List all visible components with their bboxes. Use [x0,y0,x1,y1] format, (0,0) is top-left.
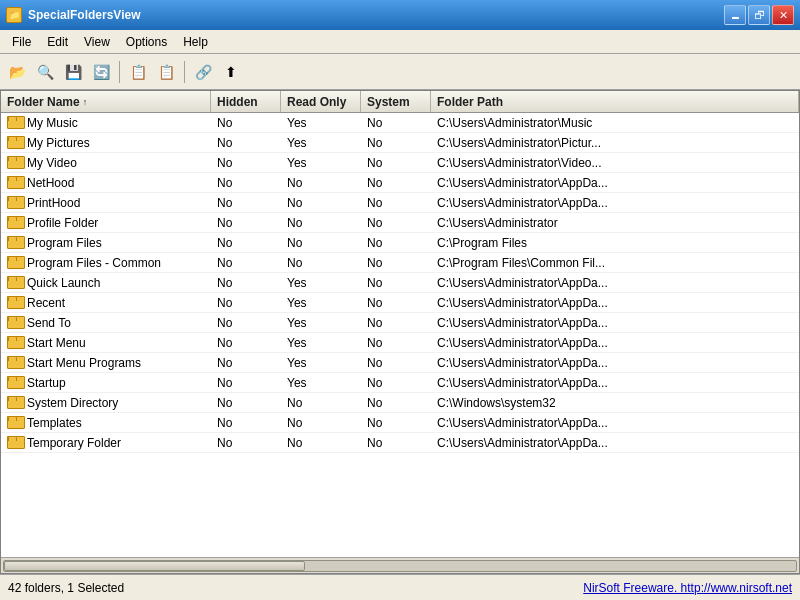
maximize-button[interactable]: 🗗 [748,5,770,25]
table-row[interactable]: My Music No Yes No C:\Users\Administrato… [1,113,799,133]
save-button[interactable]: 💾 [60,59,86,85]
folder-name-11: Start Menu [27,336,86,350]
cell-system-5: No [361,215,431,231]
folder-icon [7,176,23,189]
status-right-link[interactable]: NirSoft Freeware. http://www.nirsoft.net [583,581,792,595]
title-bar-left: 📁 SpecialFoldersView [6,7,141,23]
cell-system-6: No [361,235,431,251]
cell-system-16: No [361,435,431,451]
folder-icon [7,276,23,289]
cell-path-3: C:\Users\Administrator\AppDa... [431,175,681,191]
cell-name-14: System Directory [1,395,211,411]
folder-icon [7,136,23,149]
cell-system-7: No [361,255,431,271]
cell-name-6: Program Files [1,235,211,251]
up-button[interactable]: ⬆ [218,59,244,85]
table-row[interactable]: Quick Launch No Yes No C:\Users\Administ… [1,273,799,293]
cell-hidden-12: No [211,355,281,371]
minimize-button[interactable]: 🗕 [724,5,746,25]
cell-hidden-10: No [211,315,281,331]
table-row[interactable]: Start Menu Programs No Yes No C:\Users\A… [1,353,799,373]
cell-name-1: My Pictures [1,135,211,151]
folder-icon [7,216,23,229]
menu-view[interactable]: View [76,33,118,51]
folder-name-3: NetHood [27,176,74,190]
scrollbar-thumb[interactable] [4,561,305,571]
main-window: Folder Name ↑ Hidden Read Only System Fo… [0,90,800,574]
cell-hidden-1: No [211,135,281,151]
copy-button[interactable]: 📋 [125,59,151,85]
search-button[interactable]: 🔍 [32,59,58,85]
cell-system-3: No [361,175,431,191]
cell-name-15: Templates [1,415,211,431]
paste-button[interactable]: 📋 [153,59,179,85]
cell-hidden-6: No [211,235,281,251]
table-row[interactable]: Recent No Yes No C:\Users\Administrator\… [1,293,799,313]
cell-path-9: C:\Users\Administrator\AppDa... [431,295,681,311]
cell-readonly-0: Yes [281,115,361,131]
cell-hidden-15: No [211,415,281,431]
table-row[interactable]: My Pictures No Yes No C:\Users\Administr… [1,133,799,153]
col-header-system[interactable]: System [361,91,431,112]
close-button[interactable]: ✕ [772,5,794,25]
cell-readonly-15: No [281,415,361,431]
table-row[interactable]: Send To No Yes No C:\Users\Administrator… [1,313,799,333]
horizontal-scrollbar[interactable] [1,557,799,573]
cell-name-5: Profile Folder [1,215,211,231]
status-left: 42 folders, 1 Selected [8,581,124,595]
table-row[interactable]: Program Files - Common No No No C:\Progr… [1,253,799,273]
table-header: Folder Name ↑ Hidden Read Only System Fo… [1,91,799,113]
folder-name-13: Startup [27,376,66,390]
menu-options[interactable]: Options [118,33,175,51]
open-button[interactable]: 📂 [4,59,30,85]
table-row[interactable]: PrintHood No No No C:\Users\Administrato… [1,193,799,213]
sort-arrow-name: ↑ [83,97,88,107]
cell-name-8: Quick Launch [1,275,211,291]
menu-file[interactable]: File [4,33,39,51]
cell-system-15: No [361,415,431,431]
scrollbar-track[interactable] [3,560,797,572]
table-row[interactable]: My Video No Yes No C:\Users\Administrato… [1,153,799,173]
cell-system-14: No [361,395,431,411]
table-row[interactable]: Profile Folder No No No C:\Users\Adminis… [1,213,799,233]
folder-icon [7,156,23,169]
col-header-name[interactable]: Folder Name ↑ [1,91,211,112]
cell-readonly-6: No [281,235,361,251]
table-row[interactable]: NetHood No No No C:\Users\Administrator\… [1,173,799,193]
folder-name-15: Templates [27,416,82,430]
cell-hidden-5: No [211,215,281,231]
table-row[interactable]: Program Files No No No C:\Program Files [1,233,799,253]
refresh-button[interactable]: 🔄 [88,59,114,85]
folder-name-8: Quick Launch [27,276,100,290]
folder-icon [7,336,23,349]
table-row[interactable]: Templates No No No C:\Users\Administrato… [1,413,799,433]
table-row[interactable]: Startup No Yes No C:\Users\Administrator… [1,373,799,393]
properties-button[interactable]: 🔗 [190,59,216,85]
table-row[interactable]: System Directory No No No C:\Windows\sys… [1,393,799,413]
table-row[interactable]: Start Menu No Yes No C:\Users\Administra… [1,333,799,353]
cell-readonly-7: No [281,255,361,271]
col-header-path[interactable]: Folder Path [431,91,799,112]
cell-path-5: C:\Users\Administrator [431,215,681,231]
folder-name-4: PrintHood [27,196,80,210]
menu-bar: File Edit View Options Help [0,30,800,54]
cell-system-4: No [361,195,431,211]
cell-path-12: C:\Users\Administrator\AppDa... [431,355,681,371]
cell-name-3: NetHood [1,175,211,191]
cell-readonly-5: No [281,215,361,231]
cell-hidden-7: No [211,255,281,271]
cell-readonly-11: Yes [281,335,361,351]
cell-path-6: C:\Program Files [431,235,681,251]
cell-name-4: PrintHood [1,195,211,211]
title-bar: 📁 SpecialFoldersView 🗕 🗗 ✕ [0,0,800,30]
table-row[interactable]: Temporary Folder No No No C:\Users\Admin… [1,433,799,453]
cell-system-0: No [361,115,431,131]
table-body[interactable]: My Music No Yes No C:\Users\Administrato… [1,113,799,557]
folder-icon [7,416,23,429]
col-header-readonly[interactable]: Read Only [281,91,361,112]
menu-edit[interactable]: Edit [39,33,76,51]
col-header-hidden[interactable]: Hidden [211,91,281,112]
cell-name-16: Temporary Folder [1,435,211,451]
menu-help[interactable]: Help [175,33,216,51]
cell-path-7: C:\Program Files\Common Fil... [431,255,681,271]
